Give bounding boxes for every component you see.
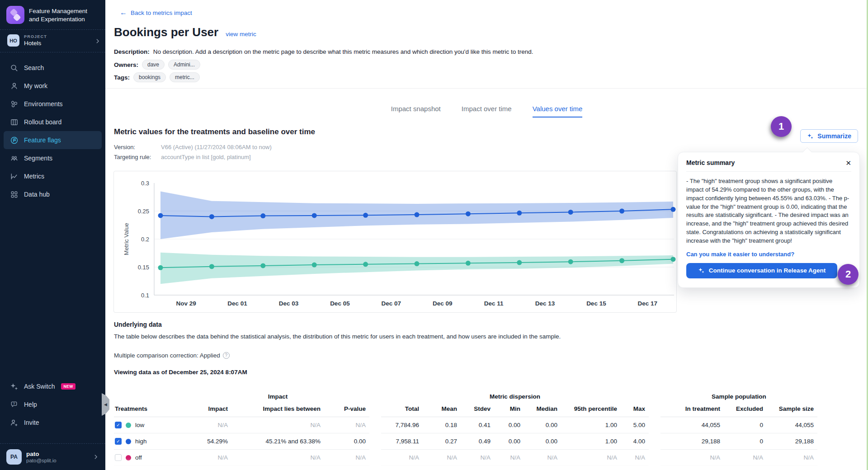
column-header-p-value: P-value — [324, 403, 369, 417]
table-cell: 5.00 — [621, 417, 649, 433]
table-cell: 54.29% — [186, 433, 231, 450]
table-cell: N/A — [231, 417, 324, 433]
table-cell: N/A — [324, 417, 369, 433]
group-header-sample-population: Sample population — [660, 391, 817, 403]
treatment-checkbox-low[interactable]: ✓ — [115, 422, 122, 428]
table-cell: 1.00 — [561, 417, 621, 433]
svg-text:?: ? — [13, 402, 15, 405]
spacer — [649, 433, 660, 450]
table-cell: 0.00 — [524, 433, 561, 450]
column-header-total: Total — [381, 403, 423, 417]
sidebar-item-segments[interactable]: Segments — [4, 149, 102, 167]
owners-chip[interactable]: dave — [142, 60, 165, 70]
table-cell: N/A — [324, 450, 369, 466]
sidebar-item-label: Rollout board — [24, 118, 61, 126]
sidebar-item-label: Segments — [24, 155, 52, 162]
sidebar-item-rollout-board[interactable]: Rollout board — [4, 113, 102, 131]
info-icon[interactable]: ? — [223, 352, 230, 359]
data-hub-icon — [10, 190, 19, 199]
description-label: Description: — [114, 48, 150, 55]
sidebar-item-label: Search — [24, 64, 44, 71]
sidebar-item-environments[interactable]: Environments — [4, 95, 102, 113]
tab-impact-over-time[interactable]: Impact over time — [462, 105, 512, 118]
close-icon[interactable]: ✕ — [845, 160, 851, 166]
treatment-checkbox-off[interactable] — [115, 454, 122, 461]
sidebar-item-label: Ask Switch — [24, 383, 55, 390]
tags-label: Tags: — [114, 74, 130, 81]
table-cell: 44,055 — [767, 417, 817, 433]
treatment-checkbox-high[interactable]: ✓ — [115, 438, 122, 445]
sidebar-item-search[interactable]: Search — [4, 59, 102, 77]
treatment-cell-high: ✓high — [114, 433, 186, 450]
table-cell: 29,188 — [660, 433, 724, 450]
svg-text:0.3: 0.3 — [141, 180, 149, 187]
column-header-impact: Impact — [186, 403, 231, 417]
treatment-label: off — [135, 454, 142, 461]
section-title: Metric values for the treatments and bas… — [114, 127, 315, 136]
treatment-cell-low: ✓low — [114, 417, 186, 433]
table-cell: 1.00 — [561, 433, 621, 450]
table-cell: 0.00 — [494, 417, 524, 433]
tags-chip[interactable]: bookings — [133, 72, 166, 82]
divider — [105, 88, 868, 89]
sidebar: Feature Managementand Experimentation HO… — [0, 0, 105, 470]
column-header-median: Median — [524, 403, 561, 417]
tab-bar: Impact snapshotImpact over timeValues ov… — [105, 105, 868, 118]
column-header-sample-size: Sample size — [767, 403, 817, 417]
owners-chip[interactable]: Admini... — [168, 60, 200, 70]
segments-icon — [10, 154, 19, 163]
summary-text: - The "high" treatment group shows a sig… — [686, 177, 851, 245]
project-selector[interactable]: HO PROJECT Hotels — [0, 30, 105, 52]
brand-title: Feature Managementand Experimentation — [29, 6, 87, 23]
brand: Feature Managementand Experimentation — [0, 0, 105, 29]
new-badge: NEW — [61, 383, 75, 390]
sidebar-item-ask-switch[interactable]: Ask SwitchNEW — [4, 377, 102, 395]
table-cell: N/A — [186, 450, 231, 466]
owners-label: Owners: — [114, 61, 138, 68]
metrics-icon — [10, 172, 19, 181]
description-text: No description. Add a description on the… — [153, 48, 533, 55]
view-metric-link[interactable]: view metric — [226, 31, 256, 38]
column-header-max: Max — [621, 403, 649, 417]
tab-impact-snapshot[interactable]: Impact snapshot — [391, 105, 441, 118]
sidebar-item-data-hub[interactable]: Data hub — [4, 185, 102, 203]
back-link[interactable]: ← Back to metrics impact — [120, 9, 192, 16]
step-badge-2: 2 — [838, 264, 859, 285]
svg-text:0.2: 0.2 — [141, 236, 149, 243]
table-cell: N/A — [461, 450, 494, 466]
summarize-button[interactable]: Summarize — [800, 129, 858, 143]
spacer — [649, 450, 660, 466]
sidebar-item-my-work[interactable]: My work — [4, 77, 102, 95]
version-value: V66 (Active) (11/27/2024 08:06AM to now) — [161, 144, 272, 150]
sidebar-item-invite[interactable]: Invite — [4, 414, 102, 432]
spacer — [649, 417, 660, 433]
tags-chip[interactable]: metric... — [170, 72, 200, 82]
easier-to-understand-link[interactable]: Can you make it easier to understand? — [686, 251, 851, 258]
table-cell: 0.00 — [524, 417, 561, 433]
user-menu[interactable]: PA pato pato@split.io — [0, 443, 105, 470]
continue-conversation-button[interactable]: Continue conversation in Release Agent — [686, 263, 837, 278]
svg-text:Dec 11: Dec 11 — [484, 300, 504, 307]
spacer — [649, 403, 660, 417]
sidebar-item-metrics[interactable]: Metrics — [4, 167, 102, 185]
table-cell: 0.49 — [461, 433, 494, 450]
svg-text:Dec 13: Dec 13 — [535, 300, 555, 307]
page-title: Bookings per User — [114, 25, 218, 39]
user-name: pato — [26, 451, 88, 457]
treatment-color-dot — [126, 423, 131, 428]
sidebar-item-feature-flags[interactable]: Feature flags — [4, 131, 102, 149]
tab-values-over-time[interactable]: Values over time — [533, 105, 583, 118]
sidebar-item-label: Metrics — [24, 173, 44, 180]
column-header-in-treatment: In treatment — [660, 403, 724, 417]
group-header-metric-dispersion: Metric dispersion — [381, 391, 649, 403]
table-cell: 44,055 — [660, 417, 724, 433]
underlying-data-description: The table below describes the data behin… — [114, 333, 561, 340]
svg-text:Dec 03: Dec 03 — [279, 300, 299, 307]
column-header-mean: Mean — [423, 403, 461, 417]
column-header-min: Min — [494, 403, 524, 417]
treatment-color-dot — [126, 439, 131, 444]
main-content: ← Back to metrics impact Bookings per Us… — [105, 0, 868, 470]
table-cell: N/A — [660, 450, 724, 466]
sidebar-item-help[interactable]: ?Help — [4, 395, 102, 414]
treatment-cell-off: off — [114, 450, 186, 466]
